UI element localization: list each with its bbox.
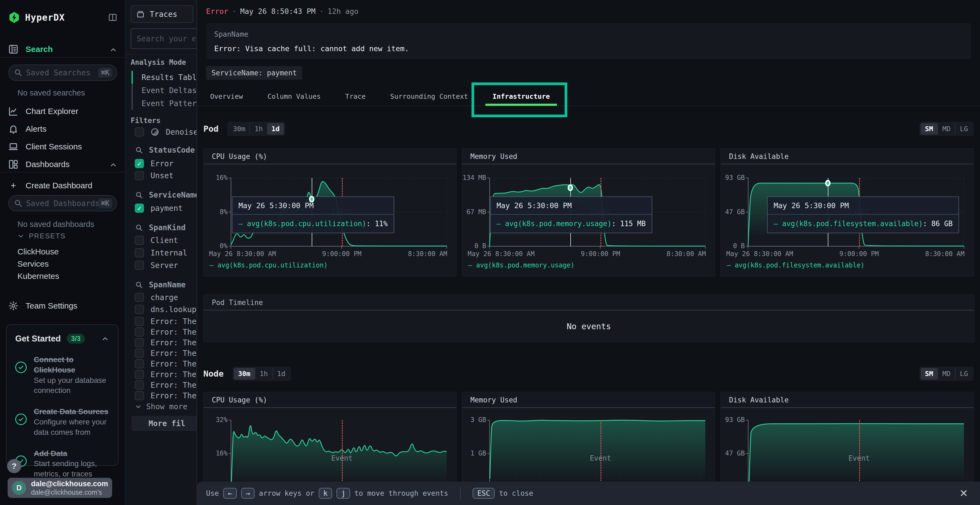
chevron-up-icon[interactable] [109,160,117,169]
saved-searches-input[interactable] [26,68,98,77]
get-started-step[interactable]: Create Data Sources Configure where your… [15,407,109,437]
range-1d[interactable]: 1d [267,123,284,135]
mode-event-patterns[interactable]: Event Patterns [142,97,197,110]
checkbox[interactable] [135,349,144,358]
checkbox[interactable] [135,171,144,180]
checkbox[interactable] [135,236,144,245]
saved-searches-search[interactable]: ⌘K [8,65,117,81]
servicename-tag[interactable]: ServiceName: payment [206,66,302,80]
filter-option[interactable]: Error: The cr [135,317,197,326]
filter-option[interactable]: Error: The cr [135,391,197,400]
event-search[interactable] [130,28,197,49]
checkbox[interactable] [135,248,144,257]
filter-option[interactable]: Error: The cr [135,327,197,337]
filter-option[interactable]: Client [135,236,178,245]
user-menu[interactable]: D dale@clickhouse.com dale@clickhouse.co… [8,478,112,498]
checkbox[interactable] [135,380,144,390]
j-key[interactable]: j [336,488,350,499]
checkbox[interactable] [135,127,144,137]
search-icon[interactable] [135,191,143,199]
size-md[interactable]: MD [937,123,955,135]
checkbox[interactable] [135,327,144,337]
checkbox[interactable] [135,293,144,302]
range-1d[interactable]: 1d [272,368,290,380]
event-search-input[interactable] [137,34,196,43]
show-more-toggle[interactable]: Show more [135,402,188,411]
size-sm[interactable]: SM [921,368,937,380]
checkbox[interactable] [135,338,144,347]
chart-plot-area[interactable]: 93 GB47 GB0 BEventMay 26 5:30:00 PM— avg… [748,178,964,246]
filter-option[interactable]: Error: The cr [135,338,197,347]
checkbox[interactable] [135,370,144,379]
esc-key[interactable]: ESC [473,488,495,499]
preset-clickhouse[interactable]: ClickHouse [18,247,59,256]
filter-option[interactable]: Error: The cr [135,349,197,358]
range-30m[interactable]: 30m [229,123,250,135]
range-30m[interactable]: 30m [234,368,255,380]
chart-plot-area[interactable]: 32%16%Event [231,420,447,491]
chart-plot-area[interactable]: 93 GB47 GBEvent [748,420,964,491]
filter-option[interactable]: Error: The cr [135,359,197,368]
size-md[interactable]: MD [937,368,955,380]
filter-option[interactable]: Error: The cr [135,370,197,379]
checkbox[interactable] [135,391,144,400]
filter-option[interactable]: Unset [135,171,173,180]
search-icon[interactable] [135,146,143,154]
filter-option[interactable]: charge [135,293,178,302]
checkbox[interactable] [135,260,144,270]
search-icon[interactable] [135,281,143,289]
sidebar-item-chart-explorer[interactable]: Chart Explorer [8,106,117,116]
chevron-up-icon[interactable] [109,44,117,54]
sidebar-item-team-settings[interactable]: Team Settings [8,301,117,311]
get-started-header[interactable]: Get Started 3/3 [15,333,109,344]
checkbox-checked[interactable] [135,203,144,213]
get-started-step[interactable]: Add Data Start sending logs, metrics, or… [15,448,109,479]
tab-overview[interactable]: Overview [210,87,243,106]
preset-services[interactable]: Services [18,259,49,268]
mode-results-table[interactable]: Results Table [142,71,197,84]
preset-kubernetes[interactable]: Kubernetes [18,272,59,281]
tab-column-values[interactable]: Column Values [267,87,321,106]
chart-plot-area[interactable]: 134 MB67 MB0 BEventMay 26 5:30:00 PM— av… [490,178,705,246]
filter-option[interactable]: Internal [135,248,187,257]
get-started-step[interactable]: Connect to ClickHouse Set up your databa… [15,354,109,395]
chevron-up-icon[interactable] [101,335,109,343]
close-icon[interactable]: ✕ [959,487,968,499]
mode-event-deltas[interactable]: Event Deltas [142,84,197,97]
checkbox-checked[interactable] [135,159,144,168]
chart-plot-area[interactable]: 3 GB1 GBEvent [490,420,705,491]
search-icon[interactable] [135,224,143,232]
size-lg[interactable]: LG [955,123,972,135]
filter-option[interactable]: dns.lookup [135,305,197,314]
sidebar-collapse-icon[interactable] [108,13,117,22]
k-key[interactable]: k [319,488,332,499]
checkbox[interactable] [135,359,144,368]
arrow-right-key[interactable]: → [241,488,255,499]
help-button[interactable]: ? [7,459,21,473]
more-filters-button[interactable]: More fil [132,416,197,431]
filter-option[interactable]: Error [135,159,173,168]
tab-trace[interactable]: Trace [345,87,366,106]
checkbox[interactable] [135,305,144,314]
size-lg[interactable]: LG [955,368,972,380]
saved-dashboards-search[interactable]: ⌘K [8,195,117,211]
tab-infrastructure[interactable]: Infrastructure [492,87,550,106]
arrow-left-key[interactable]: ← [223,488,237,499]
source-select[interactable]: Traces [130,5,193,23]
filter-denoise[interactable]: Denoise Re [135,127,197,137]
presets-toggle[interactable]: PRESETS [18,232,65,240]
create-dashboard-button[interactable]: + Create Dashboard [8,180,117,191]
range-1h[interactable]: 1h [255,368,272,380]
checkbox[interactable] [135,317,144,326]
sidebar-item-client-sessions[interactable]: Client Sessions [8,141,117,152]
size-sm[interactable]: SM [921,123,937,135]
range-1h[interactable]: 1h [250,123,267,135]
sidebar-item-dashboards[interactable]: Dashboards [8,159,117,170]
chart-plot-area[interactable]: 16%8%0%EventMay 26 5:30:00 PM— avg(k8s.p… [231,178,447,246]
filter-option[interactable]: Server [135,260,178,270]
filter-option[interactable]: payment [135,203,183,213]
filter-option[interactable]: Error: The cr [135,380,197,390]
tab-surrounding-context[interactable]: Surrounding Context [390,87,468,106]
sidebar-item-alerts[interactable]: Alerts [8,124,117,134]
saved-dashboards-input[interactable] [26,199,98,208]
